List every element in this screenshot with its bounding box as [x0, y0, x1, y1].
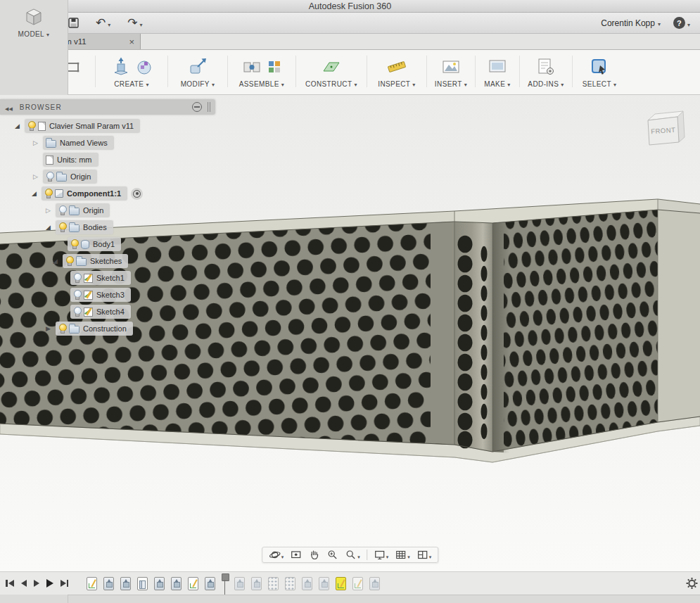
timeline-settings-gear-icon[interactable] [685, 577, 699, 590]
browser-item-sketch3[interactable]: Sketch3 [70, 286, 215, 303]
expander-icon[interactable] [44, 207, 53, 214]
collapse-panel-icon[interactable] [5, 101, 13, 113]
browser-item-sketch4[interactable]: Sketch4 [70, 303, 215, 320]
browser-item-body1[interactable]: Body1 [68, 236, 215, 253]
zoom-window-button[interactable] [345, 549, 360, 561]
timeline-feature-pattern[interactable] [285, 577, 295, 590]
browser-item-named-views[interactable]: Named Views [31, 134, 215, 151]
expander-icon[interactable] [13, 122, 22, 129]
cube-icon[interactable] [23, 6, 44, 27]
timeline-feature-sketch[interactable] [87, 577, 97, 590]
tab-close-button[interactable]: × [129, 37, 134, 46]
skip-to-end-button[interactable] [61, 580, 69, 587]
timeline-feature-sketch[interactable] [188, 577, 198, 590]
visibility-bulb-icon[interactable] [73, 307, 80, 317]
timeline-feature-extrude[interactable] [251, 577, 262, 590]
orbit-button[interactable] [269, 549, 284, 561]
help-menu[interactable]: ? [673, 17, 690, 30]
timeline-feature-extrude[interactable] [103, 577, 114, 590]
undo-button[interactable] [96, 17, 110, 30]
timeline-feature-extrude[interactable] [319, 577, 329, 590]
timeline-feature-sketch[interactable] [352, 577, 363, 590]
user-menu[interactable]: Corentin Kopp [601, 18, 661, 28]
visibility-bulb-icon[interactable] [58, 205, 65, 215]
select-icon[interactable] [589, 56, 610, 77]
minimize-panel-icon[interactable] [192, 102, 202, 112]
visibility-bulb-icon[interactable] [73, 290, 80, 300]
grid-display-button[interactable] [395, 549, 410, 561]
visibility-bulb-icon[interactable] [65, 256, 72, 266]
visibility-bulb-icon[interactable] [44, 189, 51, 198]
joint-icon[interactable] [241, 56, 262, 77]
browser-item-component1[interactable]: Component1:1 [30, 185, 215, 202]
redo-button[interactable] [127, 17, 142, 30]
timeline-feature-extrude[interactable] [369, 577, 380, 590]
viewports-button[interactable] [416, 549, 432, 561]
model-viewport[interactable]: FRONT BROWSER Clavier Small Param v11 [0, 95, 700, 571]
visibility-bulb-icon[interactable] [58, 324, 65, 334]
visibility-bulb-icon[interactable] [70, 239, 77, 249]
ribbon-dropdown-make[interactable]: MAKE [484, 80, 510, 88]
construction-plane-icon[interactable] [321, 56, 342, 77]
browser-item-units[interactable]: Units: mm [31, 151, 215, 168]
sketch-icon [84, 307, 93, 317]
timeline-feature-pattern[interactable] [268, 577, 279, 590]
ribbon-dropdown-add-ins[interactable]: ADD-INS [528, 80, 564, 88]
timeline-feature-extrude[interactable] [302, 577, 312, 590]
expander-icon[interactable] [44, 325, 53, 332]
ribbon-dropdown-select[interactable]: SELECT [583, 80, 617, 88]
press-pull-icon[interactable] [187, 56, 208, 77]
skip-to-start-button[interactable] [6, 580, 14, 587]
visibility-bulb-icon[interactable] [58, 222, 65, 232]
measure-icon[interactable] [386, 56, 407, 77]
ribbon-dropdown-modify[interactable]: MODIFY [181, 80, 215, 88]
step-forward-button[interactable] [34, 580, 39, 587]
browser-item-root[interactable]: Clavier Small Param v11 [13, 118, 215, 134]
form-sphere-icon[interactable] [135, 57, 153, 77]
timeline-feature-extrude[interactable] [120, 577, 131, 590]
panel-grip-icon[interactable] [208, 102, 210, 112]
expander-icon[interactable] [30, 190, 39, 197]
display-settings-button[interactable] [374, 549, 389, 561]
play-button[interactable] [46, 579, 53, 588]
visibility-bulb-icon[interactable] [46, 172, 53, 182]
timeline-feature-sketch-highlighted[interactable] [336, 577, 346, 590]
expander-icon[interactable] [31, 139, 40, 146]
browser-item-bodies[interactable]: Bodies [44, 219, 215, 236]
save-icon[interactable] [68, 18, 79, 28]
browser-item-construction[interactable]: Construction [44, 320, 215, 337]
timeline-feature-extrude[interactable] [205, 577, 215, 590]
activate-component-radio[interactable] [131, 188, 143, 200]
visibility-bulb-icon[interactable] [27, 121, 34, 131]
new-component-icon[interactable] [266, 58, 283, 76]
viewcube[interactable]: FRONT [637, 106, 692, 160]
make-icon[interactable] [488, 56, 507, 77]
ribbon-dropdown-create[interactable]: CREATE [114, 80, 149, 88]
ribbon-dropdown-insert[interactable]: INSERT [435, 80, 467, 88]
expander-icon[interactable] [31, 173, 40, 180]
timeline-feature-extrude[interactable] [154, 577, 165, 590]
browser-item-sketch1[interactable]: Sketch1 [70, 269, 215, 286]
timeline-position-marker[interactable] [222, 573, 228, 595]
expander-icon[interactable] [44, 224, 53, 231]
timeline-feature-mirror[interactable] [137, 577, 148, 590]
browser-header[interactable]: BROWSER [0, 99, 215, 115]
workspace-dropdown[interactable]: MODEL [18, 30, 50, 38]
browser-item-sketches[interactable]: Sketches [51, 253, 215, 269]
timeline-feature-extrude[interactable] [234, 577, 245, 590]
look-at-button[interactable] [290, 549, 302, 561]
expander-icon[interactable] [51, 258, 60, 265]
pan-button[interactable] [308, 549, 320, 561]
browser-item-origin[interactable]: Origin [31, 168, 215, 185]
insert-image-icon[interactable] [440, 56, 462, 77]
ribbon-dropdown-inspect[interactable]: INSPECT [378, 80, 416, 88]
visibility-bulb-icon[interactable] [73, 273, 80, 283]
add-ins-icon[interactable] [535, 56, 556, 77]
ribbon-dropdown-construct[interactable]: CONSTRUCT [305, 80, 357, 88]
timeline-feature-extrude[interactable] [171, 577, 182, 590]
step-back-button[interactable] [21, 580, 27, 587]
extrude-icon[interactable] [110, 56, 132, 77]
ribbon-dropdown-assemble[interactable]: ASSEMBLE [239, 80, 285, 88]
zoom-button[interactable] [326, 549, 338, 561]
browser-item-origin-sub[interactable]: Origin [44, 202, 215, 219]
